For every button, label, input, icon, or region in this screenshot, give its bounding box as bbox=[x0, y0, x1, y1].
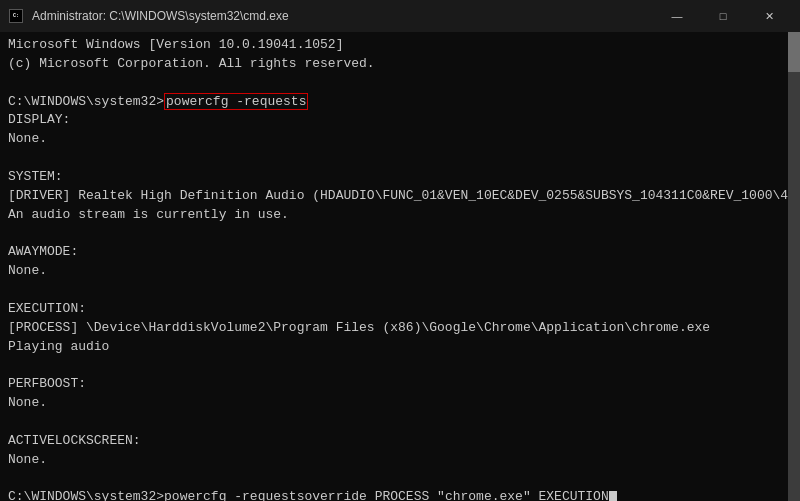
line-23: None. bbox=[8, 451, 792, 470]
title-bar-left: Administrator: C:\WINDOWS\system32\cmd.e… bbox=[8, 8, 289, 24]
line-13: None. bbox=[8, 262, 792, 281]
line-20: None. bbox=[8, 394, 792, 413]
line-21 bbox=[8, 413, 792, 432]
line-3 bbox=[8, 74, 792, 93]
line-14 bbox=[8, 281, 792, 300]
minimize-button[interactable]: — bbox=[654, 0, 700, 32]
highlighted-command: powercfg -requests bbox=[164, 93, 308, 110]
line-4-prompt: C:\WINDOWS\system32>powercfg -requests bbox=[8, 93, 792, 112]
console-area[interactable]: Microsoft Windows [Version 10.0.19041.10… bbox=[0, 32, 800, 501]
maximize-button[interactable]: □ bbox=[700, 0, 746, 32]
cmd-icon bbox=[8, 8, 24, 24]
scrollbar-thumb[interactable] bbox=[788, 32, 800, 72]
cmd-window: Administrator: C:\WINDOWS\system32\cmd.e… bbox=[0, 0, 800, 501]
line-22: ACTIVELOCKSCREEN: bbox=[8, 432, 792, 451]
line-18 bbox=[8, 356, 792, 375]
line-10-audio: An audio stream is currently in use. bbox=[8, 206, 792, 225]
last-command-text: powercfg -requestsoverride PROCESS "chro… bbox=[164, 489, 609, 501]
close-button[interactable]: ✕ bbox=[746, 0, 792, 32]
title-bar-buttons: — □ ✕ bbox=[654, 0, 792, 32]
line-24 bbox=[8, 469, 792, 488]
line-19: PERFBOOST: bbox=[8, 375, 792, 394]
line-5: DISPLAY: bbox=[8, 111, 792, 130]
title-bar: Administrator: C:\WINDOWS\system32\cmd.e… bbox=[0, 0, 800, 32]
line-2: (c) Microsoft Corporation. All rights re… bbox=[8, 55, 792, 74]
scrollbar[interactable] bbox=[788, 32, 800, 501]
line-1: Microsoft Windows [Version 10.0.19041.10… bbox=[8, 36, 792, 55]
line-11 bbox=[8, 224, 792, 243]
line-25-last-prompt: C:\WINDOWS\system32>powercfg -requestsov… bbox=[8, 488, 792, 501]
cursor-blink bbox=[609, 491, 617, 501]
line-16-process: [PROCESS] \Device\HarddiskVolume2\Progra… bbox=[8, 319, 792, 338]
line-7 bbox=[8, 149, 792, 168]
line-17-playing: Playing audio bbox=[8, 338, 792, 357]
line-8: SYSTEM: bbox=[8, 168, 792, 187]
window-title: Administrator: C:\WINDOWS\system32\cmd.e… bbox=[32, 9, 289, 23]
line-9-driver: [DRIVER] Realtek High Definition Audio (… bbox=[8, 187, 792, 206]
line-6: None. bbox=[8, 130, 792, 149]
line-15: EXECUTION: bbox=[8, 300, 792, 319]
line-12: AWAYMODE: bbox=[8, 243, 792, 262]
